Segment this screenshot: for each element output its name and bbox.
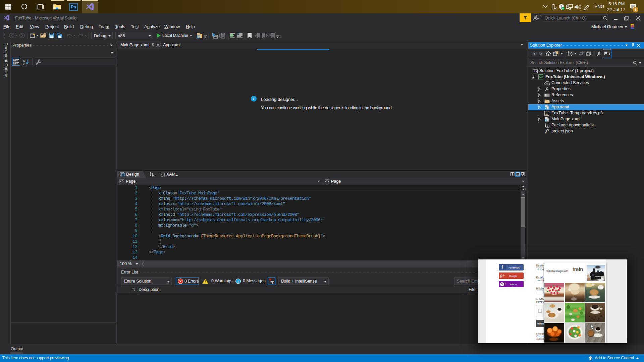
svg-text:i: i: [237, 280, 238, 284]
svg-text:Z: Z: [23, 62, 25, 65]
